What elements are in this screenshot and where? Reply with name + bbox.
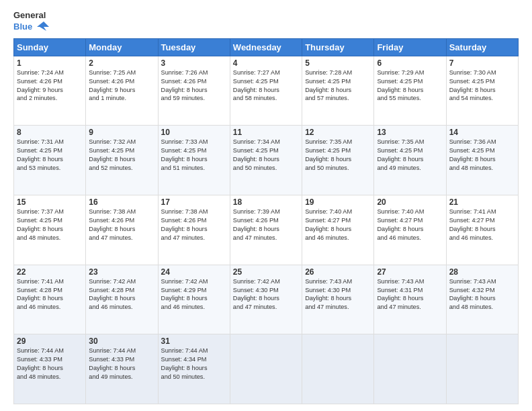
day-cell: 26Sunrise: 7:43 AM Sunset: 4:30 PM Dayli…	[302, 265, 374, 334]
day-info: Sunrise: 7:40 AM Sunset: 4:27 PM Dayligh…	[305, 208, 371, 242]
day-number: 9	[89, 128, 154, 137]
day-info: Sunrise: 7:33 AM Sunset: 4:25 PM Dayligh…	[161, 138, 227, 173]
col-header-tuesday: Tuesday	[158, 38, 230, 56]
logo: General Blue	[13, 10, 49, 33]
day-number: 25	[233, 267, 299, 277]
day-info: Sunrise: 7:40 AM Sunset: 4:27 PM Dayligh…	[377, 208, 443, 242]
day-cell: 1Sunrise: 7:24 AM Sunset: 4:26 PM Daylig…	[14, 56, 86, 126]
week-row-1: 1Sunrise: 7:24 AM Sunset: 4:26 PM Daylig…	[14, 56, 519, 126]
day-info: Sunrise: 7:42 AM Sunset: 4:30 PM Dayligh…	[233, 277, 299, 312]
day-info: Sunrise: 7:43 AM Sunset: 4:32 PM Dayligh…	[449, 277, 515, 312]
week-row-4: 22Sunrise: 7:41 AM Sunset: 4:28 PM Dayli…	[14, 265, 519, 334]
day-number: 22	[17, 267, 83, 277]
day-cell: 11Sunrise: 7:34 AM Sunset: 4:25 PM Dayli…	[230, 126, 302, 195]
day-number: 16	[89, 197, 154, 207]
day-info: Sunrise: 7:44 AM Sunset: 4:34 PM Dayligh…	[161, 347, 227, 381]
day-number: 3	[161, 58, 227, 68]
day-cell: 23Sunrise: 7:42 AM Sunset: 4:28 PM Dayli…	[86, 265, 158, 334]
day-info: Sunrise: 7:30 AM Sunset: 4:25 PM Dayligh…	[449, 68, 515, 103]
day-cell: 18Sunrise: 7:39 AM Sunset: 4:26 PM Dayli…	[230, 195, 302, 265]
day-cell: 30Sunrise: 7:44 AM Sunset: 4:33 PM Dayli…	[86, 334, 158, 404]
day-number: 5	[305, 58, 371, 68]
day-number: 18	[233, 197, 299, 207]
day-number: 11	[233, 128, 299, 137]
day-number: 1	[17, 58, 83, 68]
day-cell	[446, 334, 518, 404]
day-cell: 3Sunrise: 7:26 AM Sunset: 4:26 PM Daylig…	[158, 56, 230, 126]
day-number: 19	[305, 197, 371, 207]
day-info: Sunrise: 7:38 AM Sunset: 4:26 PM Dayligh…	[89, 208, 154, 242]
day-info: Sunrise: 7:34 AM Sunset: 4:25 PM Dayligh…	[233, 138, 299, 173]
day-number: 31	[161, 336, 227, 346]
day-cell: 2Sunrise: 7:25 AM Sunset: 4:26 PM Daylig…	[86, 56, 158, 126]
logo-bird-icon	[34, 21, 49, 32]
day-info: Sunrise: 7:44 AM Sunset: 4:33 PM Dayligh…	[17, 347, 83, 381]
col-header-sunday: Sunday	[14, 38, 86, 56]
day-cell: 16Sunrise: 7:38 AM Sunset: 4:26 PM Dayli…	[86, 195, 158, 265]
day-info: Sunrise: 7:27 AM Sunset: 4:25 PM Dayligh…	[233, 68, 299, 103]
day-info: Sunrise: 7:43 AM Sunset: 4:30 PM Dayligh…	[305, 277, 371, 312]
day-info: Sunrise: 7:39 AM Sunset: 4:26 PM Dayligh…	[233, 208, 299, 242]
day-cell: 17Sunrise: 7:38 AM Sunset: 4:26 PM Dayli…	[158, 195, 230, 265]
week-row-2: 8Sunrise: 7:31 AM Sunset: 4:25 PM Daylig…	[14, 126, 519, 195]
day-cell	[302, 334, 374, 404]
day-cell: 27Sunrise: 7:43 AM Sunset: 4:31 PM Dayli…	[374, 265, 446, 334]
col-header-saturday: Saturday	[446, 38, 518, 56]
day-info: Sunrise: 7:42 AM Sunset: 4:29 PM Dayligh…	[161, 277, 227, 312]
day-info: Sunrise: 7:28 AM Sunset: 4:25 PM Dayligh…	[305, 68, 371, 103]
day-cell: 22Sunrise: 7:41 AM Sunset: 4:28 PM Dayli…	[14, 265, 86, 334]
day-cell: 7Sunrise: 7:30 AM Sunset: 4:25 PM Daylig…	[446, 56, 518, 126]
week-row-5: 29Sunrise: 7:44 AM Sunset: 4:33 PM Dayli…	[14, 334, 519, 404]
day-cell	[374, 334, 446, 404]
day-cell: 21Sunrise: 7:41 AM Sunset: 4:27 PM Dayli…	[446, 195, 518, 265]
day-cell: 25Sunrise: 7:42 AM Sunset: 4:30 PM Dayli…	[230, 265, 302, 334]
day-info: Sunrise: 7:36 AM Sunset: 4:25 PM Dayligh…	[449, 138, 515, 173]
header: General Blue	[13, 10, 519, 33]
day-number: 7	[449, 58, 515, 68]
day-number: 12	[305, 128, 371, 137]
day-info: Sunrise: 7:24 AM Sunset: 4:26 PM Dayligh…	[17, 68, 83, 103]
day-info: Sunrise: 7:25 AM Sunset: 4:26 PM Dayligh…	[89, 68, 154, 103]
day-info: Sunrise: 7:37 AM Sunset: 4:25 PM Dayligh…	[17, 208, 83, 242]
day-info: Sunrise: 7:42 AM Sunset: 4:28 PM Dayligh…	[89, 277, 154, 312]
day-cell: 6Sunrise: 7:29 AM Sunset: 4:25 PM Daylig…	[374, 56, 446, 126]
day-cell: 24Sunrise: 7:42 AM Sunset: 4:29 PM Dayli…	[158, 265, 230, 334]
col-header-thursday: Thursday	[302, 38, 374, 56]
day-info: Sunrise: 7:41 AM Sunset: 4:27 PM Dayligh…	[449, 208, 515, 242]
svg-marker-0	[37, 21, 49, 31]
day-info: Sunrise: 7:43 AM Sunset: 4:31 PM Dayligh…	[377, 277, 443, 312]
day-cell: 12Sunrise: 7:35 AM Sunset: 4:25 PM Dayli…	[302, 126, 374, 195]
day-number: 30	[89, 336, 154, 346]
calendar-table: SundayMondayTuesdayWednesdayThursdayFrid…	[13, 38, 519, 404]
day-cell: 8Sunrise: 7:31 AM Sunset: 4:25 PM Daylig…	[14, 126, 86, 195]
day-number: 13	[377, 128, 443, 137]
day-cell: 19Sunrise: 7:40 AM Sunset: 4:27 PM Dayli…	[302, 195, 374, 265]
day-info: Sunrise: 7:35 AM Sunset: 4:25 PM Dayligh…	[377, 138, 443, 173]
day-info: Sunrise: 7:44 AM Sunset: 4:33 PM Dayligh…	[89, 347, 154, 381]
day-number: 2	[89, 58, 154, 68]
day-number: 21	[449, 197, 515, 207]
day-cell: 13Sunrise: 7:35 AM Sunset: 4:25 PM Dayli…	[374, 126, 446, 195]
page: General Blue SundayMondayTuesdayWednesda…	[0, 0, 532, 411]
col-header-wednesday: Wednesday	[230, 38, 302, 56]
day-info: Sunrise: 7:41 AM Sunset: 4:28 PM Dayligh…	[17, 277, 83, 312]
day-cell	[230, 334, 302, 404]
day-cell: 5Sunrise: 7:28 AM Sunset: 4:25 PM Daylig…	[302, 56, 374, 126]
day-info: Sunrise: 7:31 AM Sunset: 4:25 PM Dayligh…	[17, 138, 83, 173]
day-cell: 29Sunrise: 7:44 AM Sunset: 4:33 PM Dayli…	[14, 334, 86, 404]
day-number: 4	[233, 58, 299, 68]
day-info: Sunrise: 7:38 AM Sunset: 4:26 PM Dayligh…	[161, 208, 227, 242]
day-number: 24	[161, 267, 227, 277]
day-info: Sunrise: 7:29 AM Sunset: 4:25 PM Dayligh…	[377, 68, 443, 103]
day-cell: 4Sunrise: 7:27 AM Sunset: 4:25 PM Daylig…	[230, 56, 302, 126]
day-number: 15	[17, 197, 83, 207]
day-info: Sunrise: 7:32 AM Sunset: 4:25 PM Dayligh…	[89, 138, 154, 173]
day-info: Sunrise: 7:26 AM Sunset: 4:26 PM Dayligh…	[161, 68, 227, 103]
day-number: 23	[89, 267, 154, 277]
day-cell: 10Sunrise: 7:33 AM Sunset: 4:25 PM Dayli…	[158, 126, 230, 195]
day-number: 6	[377, 58, 443, 68]
day-number: 20	[377, 197, 443, 207]
day-number: 27	[377, 267, 443, 277]
day-cell: 20Sunrise: 7:40 AM Sunset: 4:27 PM Dayli…	[374, 195, 446, 265]
day-number: 17	[161, 197, 227, 207]
